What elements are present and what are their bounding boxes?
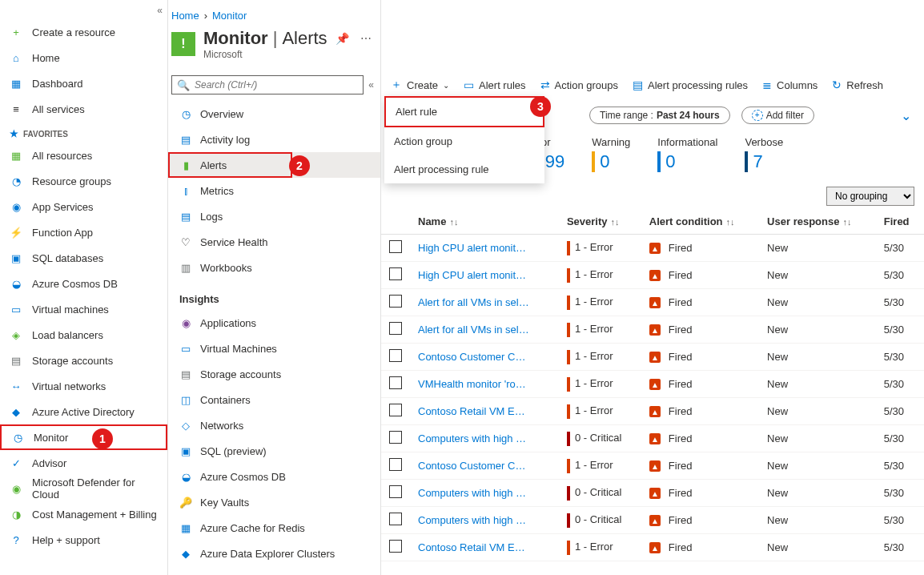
sub-item-alerts[interactable]: ▮Alerts2 [168, 152, 380, 178]
alert-name-link[interactable]: Contoso Customer Ch… [418, 351, 530, 363]
table-row[interactable]: High CPU alert monito… 1 - Error ▲Fired … [381, 235, 924, 262]
insight-item-sql-preview-[interactable]: ▣SQL (preview) [168, 438, 380, 464]
alert-name-link[interactable]: Contoso Customer Ch… [418, 460, 530, 472]
pin-icon[interactable]: 📌 [332, 32, 352, 45]
processing-rules-button[interactable]: ▤Alert processing rules [633, 78, 748, 91]
alert-name-link[interactable]: High CPU alert monito… [418, 242, 530, 254]
table-row[interactable]: High CPU alert monito… 1 - Error ▲Fired … [381, 262, 924, 289]
fav-item-azure-active-directory[interactable]: ◆Azure Active Directory [0, 399, 167, 424]
grouping-select[interactable]: No grouping [826, 187, 914, 206]
col-response[interactable]: User response↑↓ [759, 209, 876, 235]
action-groups-button[interactable]: ⇄Action groups [540, 78, 619, 91]
fav-item-help-support[interactable]: ?Help + support [0, 527, 167, 553]
alert-name-link[interactable]: Computers with high … [418, 514, 526, 526]
row-checkbox[interactable] [389, 240, 402, 253]
alert-name-link[interactable]: Alert for all VMs in sel… [418, 296, 529, 308]
row-checkbox[interactable] [389, 322, 402, 335]
row-checkbox[interactable] [389, 458, 402, 471]
more-icon[interactable]: ⋯ [357, 32, 375, 45]
nav-item-1[interactable]: ⌂Home [0, 45, 167, 70]
fav-item-advisor[interactable]: ✓Advisor [0, 450, 167, 476]
row-checkbox[interactable] [389, 485, 402, 498]
row-checkbox[interactable] [389, 404, 402, 416]
fav-item-azure-cosmos-db[interactable]: ◒Azure Cosmos DB [0, 271, 167, 296]
create-button[interactable]: ＋Create⌄ [391, 78, 449, 92]
fav-item-resource-groups[interactable]: ◔Resource groups [0, 168, 167, 194]
fav-item-load-balancers[interactable]: ◈Load balancers [0, 322, 167, 348]
table-row[interactable]: Contoso Customer Ch… 1 - Error ▲Fired Ne… [381, 452, 924, 480]
table-row[interactable]: Contoso Customer Ch… 1 - Error ▲Fired Ne… [381, 344, 924, 371]
col-severity[interactable]: Severity↑↓ [559, 209, 641, 235]
row-checkbox[interactable] [389, 267, 402, 280]
sub-item-overview[interactable]: ◷Overview [168, 101, 380, 127]
collapse-submenu-icon[interactable]: « [368, 79, 374, 90]
insight-item-virtual-machines[interactable]: ▭Virtual Machines [168, 336, 380, 361]
create-action-group-item[interactable]: Action group [384, 127, 544, 155]
alert-name-link[interactable]: Computers with high … [418, 432, 526, 444]
row-checkbox[interactable] [389, 376, 402, 389]
summary-informational[interactable]: Informational0 [657, 136, 717, 172]
time-range-filter[interactable]: Time range : Past 24 hours [589, 107, 730, 124]
create-alert-rule-item[interactable]: Alert rule 3 [384, 96, 544, 127]
breadcrumb-home[interactable]: Home [171, 10, 199, 22]
collapse-summary-icon[interactable]: ⌄ [901, 108, 911, 123]
refresh-button[interactable]: ↻Refresh [832, 78, 883, 91]
alert-name-link[interactable]: Computers with high … [418, 487, 526, 499]
alert-name-link[interactable]: VMHealth monitor 'ro… [418, 378, 526, 390]
fav-item-sql-databases[interactable]: ▣SQL databases [0, 245, 167, 271]
fav-item-app-services[interactable]: ◉App Services [0, 194, 167, 219]
alert-name-link[interactable]: Alert for all VMs in sel… [418, 324, 529, 336]
fav-item-function-app[interactable]: ⚡Function App [0, 219, 167, 245]
sub-item-activity-log[interactable]: ▤Activity log [168, 127, 380, 152]
alert-name-link[interactable]: Contoso Retail VM Em… [418, 405, 530, 417]
fav-item-all-resources[interactable]: ▦All resources [0, 143, 167, 168]
row-checkbox[interactable] [389, 295, 402, 308]
col-condition[interactable]: Alert condition↑↓ [641, 209, 759, 235]
insight-item-azure-cache-for-redis[interactable]: ▦Azure Cache for Redis [168, 515, 380, 541]
table-row[interactable]: Alert for all VMs in sel… 1 - Error ▲Fir… [381, 289, 924, 316]
alert-rules-button[interactable]: ▭Alert rules [464, 78, 526, 91]
nav-item-2[interactable]: ▦Dashboard [0, 70, 167, 96]
table-row[interactable]: VMHealth monitor 'ro… 1 - Error ▲Fired N… [381, 371, 924, 398]
row-checkbox[interactable] [389, 349, 402, 362]
insight-item-networks[interactable]: ◇Networks [168, 412, 380, 438]
table-row[interactable]: Computers with high … 0 - Critical ▲Fire… [381, 507, 924, 534]
fav-item-cost-management-billing[interactable]: ◑Cost Management + Billing [0, 501, 167, 527]
fav-item-storage-accounts[interactable]: ▤Storage accounts [0, 348, 167, 373]
table-row[interactable]: Computers with high … 0 - Critical ▲Fire… [381, 480, 924, 507]
table-row[interactable]: Alert for all VMs in sel… 1 - Error ▲Fir… [381, 316, 924, 344]
summary-verbose[interactable]: Verbose7 [745, 136, 783, 172]
col-name[interactable]: Name↑↓ [410, 209, 559, 235]
fav-item-microsoft-defender-for-cloud[interactable]: ◉Microsoft Defender for Cloud [0, 476, 167, 501]
insight-item-applications[interactable]: ◉Applications [168, 310, 380, 336]
fav-item-virtual-networks[interactable]: ↔Virtual networks [0, 373, 167, 399]
collapse-nav-icon[interactable]: « [157, 5, 163, 16]
insight-item-containers[interactable]: ◫Containers [168, 387, 380, 412]
table-row[interactable]: Contoso Retail VM Em… 1 - Error ▲Fired N… [381, 534, 924, 561]
nav-item-3[interactable]: ≡All services [0, 96, 167, 122]
alert-name-link[interactable]: High CPU alert monito… [418, 269, 530, 281]
summary-warning[interactable]: Warning0 [592, 136, 630, 172]
fav-item-virtual-machines[interactable]: ▭Virtual machines [0, 296, 167, 322]
nav-item-0[interactable]: +Create a resource [0, 19, 167, 45]
insight-item-key-vaults[interactable]: 🔑Key Vaults [168, 489, 380, 515]
sub-item-service-health[interactable]: ♡Service Health [168, 229, 380, 255]
insight-item-storage-accounts[interactable]: ▤Storage accounts [168, 361, 380, 387]
table-row[interactable]: Computers with high … 0 - Critical ▲Fire… [381, 425, 924, 452]
sub-item-logs[interactable]: ▤Logs [168, 203, 380, 229]
columns-button[interactable]: ≣Columns [762, 78, 818, 91]
resource-search[interactable]: 🔍 [171, 75, 364, 94]
table-row[interactable]: Contoso Retail VM Em… 1 - Error ▲Fired N… [381, 398, 924, 425]
breadcrumb-current[interactable]: Monitor [212, 10, 247, 22]
row-checkbox[interactable] [389, 540, 402, 553]
row-checkbox[interactable] [389, 431, 402, 444]
col-fired[interactable]: Fired [876, 209, 924, 235]
insight-item-azure-data-explorer-clusters[interactable]: ◆Azure Data Explorer Clusters [168, 541, 380, 566]
sub-item-metrics[interactable]: ⫿Metrics [168, 178, 380, 203]
insight-item-azure-cosmos-db[interactable]: ◒Azure Cosmos DB [168, 464, 380, 489]
add-filter-button[interactable]: +Add filter [741, 107, 814, 124]
alert-name-link[interactable]: Contoso Retail VM Em… [418, 541, 530, 553]
fav-item-monitor[interactable]: ◷Monitor1 [0, 424, 167, 450]
create-processing-rule-item[interactable]: Alert processing rule [384, 155, 544, 183]
row-checkbox[interactable] [389, 513, 402, 525]
